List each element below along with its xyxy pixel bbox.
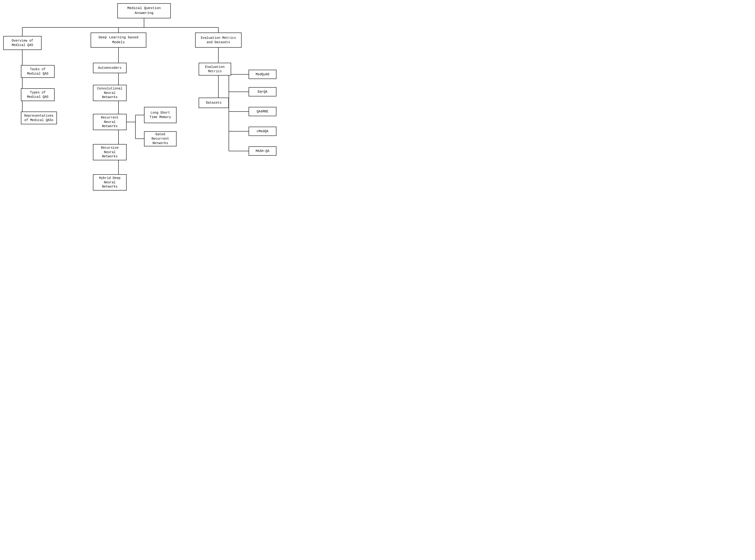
- datasets-node: Datasets: [199, 98, 229, 108]
- eval-metrics-node: Evaluation Metrics: [199, 63, 231, 76]
- rnn-node: Recurrent Neural Networks: [93, 114, 127, 130]
- autoencoders-node: Autoencoders: [93, 63, 127, 73]
- tasks-node: Tasks of Medical QAS: [21, 65, 55, 78]
- cnn-node: Convolutional Neural Networks: [93, 85, 127, 101]
- connector-lines: [0, 0, 378, 280]
- medquad-node: MedQuAD: [249, 70, 277, 79]
- root-node: Medical Question Answering: [117, 3, 171, 18]
- recursive-node: Recursive Neural Networks: [93, 144, 127, 160]
- overview-node: Overview of Medical QAS: [3, 36, 42, 50]
- deeplearning-node: Deep Learning based Models: [90, 33, 146, 48]
- emrqa-node: EmrQA: [249, 87, 277, 96]
- gru-node: Gated Recurrent Networks: [144, 131, 177, 146]
- hybrid-node: Hybrid Deep Neural Networks: [93, 174, 127, 191]
- representatives-node: Representatives of Medical QASs: [21, 112, 57, 124]
- lstm-node: Long Short Time Memory: [144, 107, 177, 123]
- diagram: Medical Question Answering Overview of M…: [0, 0, 378, 280]
- cmedqa-node: cMedQA: [249, 127, 277, 136]
- types-node: Types of Medical QAS: [21, 88, 55, 101]
- mashqa-node: MASH-QA: [249, 146, 277, 156]
- qa4mre-node: QA4MRE: [249, 107, 277, 116]
- evalmetrics-datasets-node: Evaluation Metrics and Datasets: [195, 33, 242, 48]
